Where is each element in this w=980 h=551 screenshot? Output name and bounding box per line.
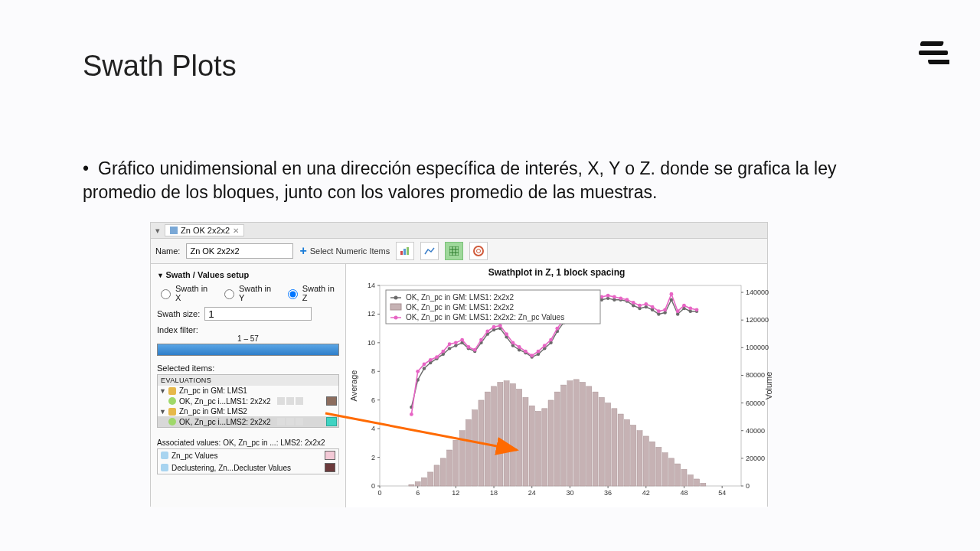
svg-rect-112 (701, 483, 706, 486)
svg-rect-105 (656, 447, 662, 486)
svg-text:OK, Zn_pc in GM: LMS1: 2x2x2: : OK, Zn_pc in GM: LMS1: 2x2x2: Zn_pc Valu… (406, 313, 564, 321)
svg-rect-76 (472, 410, 478, 486)
tree-node-lms1[interactable]: ▼Zn_pc in GM: LMS1 (158, 386, 338, 396)
svg-point-161 (423, 363, 426, 367)
index-filter-slider[interactable] (157, 344, 339, 356)
svg-rect-110 (688, 475, 693, 486)
tab-label: Zn OK 2x2x2 (181, 226, 230, 235)
svg-point-179 (537, 350, 541, 354)
toggle-icon[interactable] (277, 397, 285, 405)
tab-menu-icon[interactable]: ▾ (155, 226, 160, 236)
radio-swath-z[interactable]: Swath in Z (284, 284, 339, 302)
svg-rect-109 (681, 469, 687, 486)
svg-rect-79 (492, 386, 497, 486)
tree-node-lms2-child[interactable]: OK, Zn_pc i...LMS2: 2x2x2 (158, 416, 338, 427)
tab-zn-ok[interactable]: Zn OK 2x2x2 ✕ (165, 224, 244, 236)
svg-rect-95 (593, 392, 598, 486)
color-swatch[interactable] (326, 396, 337, 406)
radio-swath-x[interactable]: Swath in X (157, 284, 213, 302)
svg-rect-69 (428, 472, 433, 486)
color-swatch[interactable] (325, 463, 335, 472)
svg-point-174 (505, 332, 508, 336)
tree-node-lms2[interactable]: ▼Zn_pc in GM: LMS2 (158, 406, 338, 416)
swathplot-chart: 0246810121402000040000600008000010000012… (346, 279, 779, 506)
svg-point-173 (498, 324, 502, 328)
chart-area: Swathplot in Z, 1 block spacing 02468101… (346, 264, 767, 507)
name-input[interactable] (186, 243, 293, 259)
svg-rect-78 (485, 392, 490, 486)
svg-rect-106 (662, 453, 668, 486)
svg-rect-74 (459, 431, 465, 486)
svg-point-168 (467, 345, 471, 349)
svg-point-196 (644, 302, 648, 306)
svg-text:60000: 60000 (746, 399, 765, 407)
assoc-row-declustering[interactable]: Declustering, Zn...Decluster Values (158, 461, 338, 474)
color-swatch[interactable] (326, 417, 337, 426)
tree-node-lms1-child[interactable]: OK, Zn_pc i...LMS1: 2x2x2 (158, 396, 338, 406)
svg-rect-71 (440, 458, 446, 486)
svg-rect-5 (407, 247, 409, 255)
chart-title: Swathplot in Z, 1 block spacing (346, 264, 767, 278)
select-numeric-button[interactable]: + Select Numeric Items (299, 244, 390, 258)
svg-text:18: 18 (490, 489, 498, 497)
svg-point-175 (511, 341, 514, 344)
svg-rect-97 (606, 403, 611, 486)
table-icon[interactable] (445, 242, 463, 260)
svg-text:6: 6 (371, 396, 375, 404)
svg-text:0: 0 (746, 482, 750, 490)
svg-rect-84 (523, 397, 528, 486)
help-icon[interactable] (469, 242, 488, 260)
svg-point-177 (524, 350, 528, 354)
tree-header-evaluations: EVALUATIONS (158, 375, 338, 386)
index-filter-range: 1 – 57 (157, 334, 339, 343)
section-header[interactable]: Swath / Values setup (157, 270, 339, 279)
assoc-row-znpc[interactable]: Zn_pc Values (158, 449, 338, 461)
svg-rect-82 (510, 383, 515, 486)
close-icon[interactable]: ✕ (233, 227, 239, 235)
toggle-icon[interactable] (286, 397, 294, 405)
toggle-icon[interactable] (277, 418, 285, 425)
svg-rect-98 (612, 409, 617, 486)
data-icon (161, 464, 168, 471)
chart-line-icon[interactable] (420, 242, 439, 260)
svg-point-159 (410, 412, 413, 416)
svg-rect-80 (498, 382, 503, 486)
svg-text:12: 12 (368, 310, 375, 318)
folder-icon (168, 408, 176, 416)
svg-rect-86 (535, 411, 541, 486)
selected-items-label: Selected items: (157, 364, 339, 373)
svg-text:Average: Average (349, 370, 358, 402)
toggle-icon[interactable] (296, 397, 303, 405)
radio-swath-y[interactable]: Swath in Y (220, 284, 276, 302)
svg-rect-85 (529, 406, 534, 486)
svg-point-181 (549, 338, 553, 342)
svg-point-178 (530, 354, 534, 357)
svg-rect-88 (548, 400, 554, 486)
svg-rect-67 (415, 482, 420, 486)
svg-text:36: 36 (604, 489, 612, 497)
svg-point-197 (651, 305, 655, 309)
svg-point-198 (657, 309, 661, 313)
svg-rect-90 (561, 385, 567, 486)
svg-rect-75 (466, 419, 471, 486)
svg-point-176 (518, 345, 521, 349)
svg-rect-103 (643, 436, 648, 486)
svg-rect-77 (479, 400, 484, 486)
svg-text:54: 54 (718, 489, 726, 497)
svg-text:40000: 40000 (746, 427, 765, 435)
svg-text:120000: 120000 (746, 316, 769, 324)
chart-bar-icon[interactable] (396, 242, 414, 260)
svg-point-164 (441, 350, 445, 354)
assoc-values-value: OK, Zn_pc in ...: LMS2: 2x2x2 (223, 439, 325, 447)
svg-text:2: 2 (371, 454, 375, 461)
svg-rect-0 (920, 41, 944, 46)
svg-point-193 (626, 298, 629, 302)
svg-rect-6 (449, 246, 459, 256)
toggle-icon[interactable] (286, 418, 294, 425)
svg-point-160 (416, 370, 420, 373)
color-swatch[interactable] (325, 451, 335, 460)
svg-point-195 (638, 304, 642, 308)
toggle-icon[interactable] (296, 418, 303, 425)
swath-size-input[interactable] (204, 307, 312, 321)
assoc-values-label: Associated values: (157, 439, 220, 447)
